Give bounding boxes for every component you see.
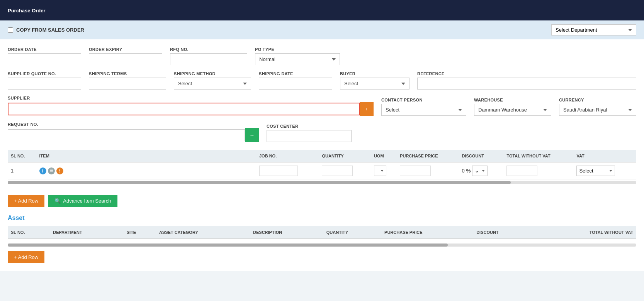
col-quantity: QUANTITY <box>319 150 370 162</box>
asset-section-title: Asset <box>8 215 636 222</box>
col-discount: DISCOUNT <box>459 150 503 162</box>
row-discount: 0 % ⌄ <box>459 162 503 179</box>
asset-col-purchase-price: PURCHASE PRICE <box>381 226 473 239</box>
select-department-dropdown[interactable]: Select Department <box>551 24 636 36</box>
currency-label: CURRENCY <box>559 98 636 102</box>
col-sl-no: SL NO. <box>8 150 36 162</box>
alert-icon[interactable]: ! <box>56 167 63 174</box>
rfq-no-group: RFQ NO. <box>170 47 247 65</box>
info-icon[interactable]: i <box>39 167 46 174</box>
add-row-label: + Add Row <box>14 198 38 204</box>
sub-bar: COPY FROM SALES ORDER Select Department <box>0 20 644 39</box>
form-row-1: ORDER DATE 26/06/2024 ORDER EXPIRY 26/06… <box>8 47 636 65</box>
order-date-input[interactable]: 26/06/2024 <box>8 53 81 65</box>
asset-col-discount: DISCOUNT <box>473 226 532 239</box>
add-row-button[interactable]: + Add Row <box>8 195 44 207</box>
supplier-quote-label: SUPPLIER QUOTE NO. <box>8 71 81 76</box>
reference-input[interactable] <box>417 78 636 90</box>
purchase-price-input[interactable] <box>400 166 431 176</box>
row-uom <box>371 162 397 179</box>
request-go-button[interactable]: → <box>245 128 259 142</box>
shipping-terms-input[interactable] <box>89 78 166 90</box>
request-no-input[interactable] <box>8 129 245 141</box>
buyer-select[interactable]: Select <box>340 78 410 90</box>
shipping-method-select[interactable]: Select <box>174 78 251 90</box>
currency-group: CURRENCY Saudi Arabian Riyal <box>559 98 636 116</box>
supplier-quote-group: SUPPLIER QUOTE NO. <box>8 71 81 90</box>
rfq-no-input[interactable] <box>170 53 247 65</box>
cost-center-input[interactable]: Default <box>267 130 352 142</box>
asset-col-total: TOTAL WITHOUT VAT <box>532 226 636 239</box>
row-item: i ☰ ! <box>36 162 256 179</box>
asset-scrollbar-track[interactable] <box>8 244 636 247</box>
col-vat: VAT <box>573 150 636 162</box>
request-row: REQUEST NO. → COST CENTER Default <box>8 122 636 142</box>
request-no-group: REQUEST NO. → <box>8 122 259 142</box>
shipping-method-group: SHIPPING METHOD Select <box>174 71 251 90</box>
col-total-without-vat: TOTAL WITHOUT VAT <box>503 150 573 162</box>
items-scrollbar-thumb <box>8 181 511 184</box>
total-without-vat-input[interactable] <box>506 166 537 176</box>
cost-center-label: COST CENTER <box>267 124 352 129</box>
shipping-date-label: SHIPPING DATE <box>259 71 332 76</box>
col-item: ITEM <box>36 150 256 162</box>
copy-sales-order-label[interactable]: COPY FROM SALES ORDER <box>8 27 84 33</box>
table-row: 1 i ☰ ! <box>8 162 636 179</box>
contact-person-select[interactable]: Select <box>381 104 466 116</box>
advance-item-search-button[interactable]: 🔍 Advance Item Search <box>48 195 117 207</box>
col-uom: UOM <box>371 150 397 162</box>
uom-select[interactable] <box>374 166 386 176</box>
asset-section: Asset SL NO. DEPARTMENT SITE ASSET CATEG… <box>8 215 636 263</box>
page-title: Purchase Order <box>8 8 46 14</box>
col-purchase-price: PURCHASE PRICE <box>397 150 459 162</box>
supplier-input[interactable] <box>8 103 360 115</box>
warehouse-group: WAREHOUSE Dammam Warehouse <box>474 98 551 116</box>
main-content: ORDER DATE 26/06/2024 ORDER EXPIRY 26/06… <box>0 39 644 271</box>
job-no-input[interactable] <box>259 166 298 176</box>
shipping-date-input[interactable]: 26/06/2024 <box>259 78 332 90</box>
rfq-no-label: RFQ NO. <box>170 47 247 52</box>
action-buttons: + Add Row 🔍 Advance Item Search <box>8 195 636 207</box>
reference-group: REFERENCE <box>417 71 636 90</box>
order-expiry-label: ORDER EXPIRY <box>89 47 162 52</box>
contact-person-group: CONTACT PERSON Select <box>381 98 466 116</box>
currency-select[interactable]: Saudi Arabian Riyal <box>559 104 636 116</box>
advance-search-label: Advance Item Search <box>63 198 111 204</box>
supplier-group: SUPPLIER + <box>8 96 374 116</box>
row-quantity <box>319 162 370 179</box>
buyer-label: BUYER <box>340 71 410 76</box>
asset-add-row-label: + Add Row <box>14 254 38 260</box>
warehouse-select[interactable]: Dammam Warehouse <box>474 104 551 116</box>
supplier-quote-input[interactable] <box>8 78 81 90</box>
asset-col-site: SITE <box>124 226 156 239</box>
supplier-row: SUPPLIER + CONTACT PERSON Select WAREHOU… <box>8 96 636 116</box>
list-icon[interactable]: ☰ <box>48 167 55 174</box>
order-expiry-group: ORDER EXPIRY 26/06/2024 <box>89 47 162 65</box>
discount-type-select[interactable]: ⌄ <box>472 166 488 176</box>
discount-wrapper: 0 % ⌄ <box>462 166 500 176</box>
row-sl-no: 1 <box>8 162 36 179</box>
vat-select[interactable]: Select <box>576 166 615 176</box>
quantity-input[interactable] <box>322 166 353 176</box>
asset-col-quantity: QUANTITY <box>323 226 381 239</box>
reference-label: REFERENCE <box>417 71 636 76</box>
search-icon: 🔍 <box>54 198 61 204</box>
copy-sales-order-checkbox[interactable] <box>8 27 13 33</box>
asset-col-category: ASSET CATEGORY <box>156 226 250 239</box>
asset-table-head: SL NO. DEPARTMENT SITE ASSET CATEGORY DE… <box>8 226 636 239</box>
item-icons: i ☰ ! <box>39 167 253 174</box>
asset-table-container: SL NO. DEPARTMENT SITE ASSET CATEGORY DE… <box>8 226 636 239</box>
discount-percent-symbol: % <box>466 168 471 174</box>
items-table-header-row: SL NO. ITEM JOB NO. QUANTITY UOM PURCHAS… <box>8 150 636 162</box>
items-table: SL NO. ITEM JOB NO. QUANTITY UOM PURCHAS… <box>8 150 636 179</box>
order-date-group: ORDER DATE 26/06/2024 <box>8 47 81 65</box>
items-scrollbar-track[interactable] <box>8 181 636 184</box>
items-table-head: SL NO. ITEM JOB NO. QUANTITY UOM PURCHAS… <box>8 150 636 162</box>
supplier-add-button[interactable]: + <box>360 102 374 116</box>
po-type-select[interactable]: Normal Urgent Standard <box>255 53 340 65</box>
request-input-wrapper: → <box>8 128 259 142</box>
order-expiry-input[interactable]: 26/06/2024 <box>89 53 162 65</box>
asset-scrollbar-thumb <box>8 244 448 247</box>
asset-add-row-button[interactable]: + Add Row <box>8 251 44 263</box>
page-title-bar: Purchase Order <box>0 0 644 20</box>
